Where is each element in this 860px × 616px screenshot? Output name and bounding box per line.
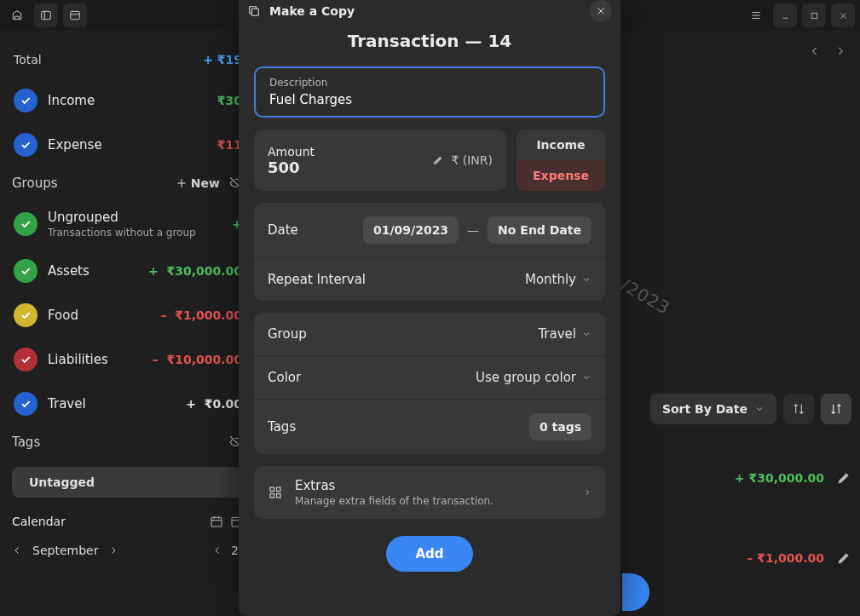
currency-indicator[interactable]: ₹ (INR) bbox=[432, 153, 493, 167]
group-row[interactable]: Group Travel bbox=[254, 313, 605, 355]
extras-sub: Manage extra fields of the transaction. bbox=[295, 495, 571, 507]
svg-rect-23 bbox=[277, 487, 281, 492]
repeat-dropdown[interactable]: Monthly bbox=[525, 272, 592, 287]
group-label: Group bbox=[268, 326, 529, 342]
type-segmented: Income Expense bbox=[517, 130, 605, 191]
color-dropdown[interactable]: Use group color bbox=[476, 370, 592, 385]
add-button[interactable]: Add bbox=[386, 536, 472, 572]
tags-row[interactable]: Tags 0 tags bbox=[254, 399, 605, 454]
amount-label: Amount bbox=[268, 145, 432, 158]
edit-icon bbox=[432, 154, 444, 166]
description-field[interactable]: Description Fuel Charges bbox=[254, 66, 605, 118]
repeat-row[interactable]: Repeat Interval Monthly bbox=[254, 257, 605, 301]
color-label: Color bbox=[268, 370, 467, 385]
tags-count-button[interactable]: 0 tags bbox=[529, 413, 592, 440]
extras-title: Extras bbox=[295, 478, 571, 493]
date-label: Date bbox=[268, 222, 355, 238]
amount-field[interactable]: Amount 500 ₹ (INR) bbox=[254, 130, 506, 191]
color-row[interactable]: Color Use group color bbox=[254, 355, 605, 399]
svg-rect-25 bbox=[277, 494, 281, 498]
description-value: Fuel Charges bbox=[269, 92, 590, 107]
chevron-right-icon bbox=[583, 486, 592, 498]
copy-icon bbox=[247, 4, 261, 18]
group-dropdown[interactable]: Travel bbox=[538, 326, 592, 342]
amount-value: 500 bbox=[268, 158, 432, 176]
date-range-dash: — bbox=[467, 223, 479, 237]
start-date-button[interactable]: 01/09/2023 bbox=[363, 216, 459, 244]
make-copy-dialog: Make a Copy Transaction — 14 Description… bbox=[239, 0, 620, 616]
segment-income[interactable]: Income bbox=[517, 130, 605, 160]
chevron-down-icon bbox=[581, 329, 592, 339]
end-date-button[interactable]: No End Date bbox=[488, 216, 592, 244]
repeat-label: Repeat Interval bbox=[268, 272, 517, 287]
date-row: Date 01/09/2023 — No End Date bbox=[254, 203, 605, 257]
svg-rect-24 bbox=[270, 494, 274, 498]
segment-expense[interactable]: Expense bbox=[517, 160, 605, 191]
description-label: Description bbox=[269, 77, 590, 89]
svg-rect-19 bbox=[251, 9, 258, 15]
chevron-down-icon bbox=[581, 274, 592, 285]
svg-rect-22 bbox=[270, 487, 274, 492]
dialog-title: Make a Copy bbox=[269, 4, 581, 18]
tags-label: Tags bbox=[268, 419, 521, 435]
close-dialog-button[interactable] bbox=[590, 0, 612, 22]
dialog-heading: Transaction — 14 bbox=[239, 22, 620, 66]
extras-row[interactable]: Extras Manage extra fields of the transa… bbox=[254, 466, 605, 519]
grid-icon bbox=[268, 485, 283, 500]
dialog-titlebar: Make a Copy bbox=[239, 0, 620, 22]
chevron-down-icon bbox=[581, 372, 592, 383]
